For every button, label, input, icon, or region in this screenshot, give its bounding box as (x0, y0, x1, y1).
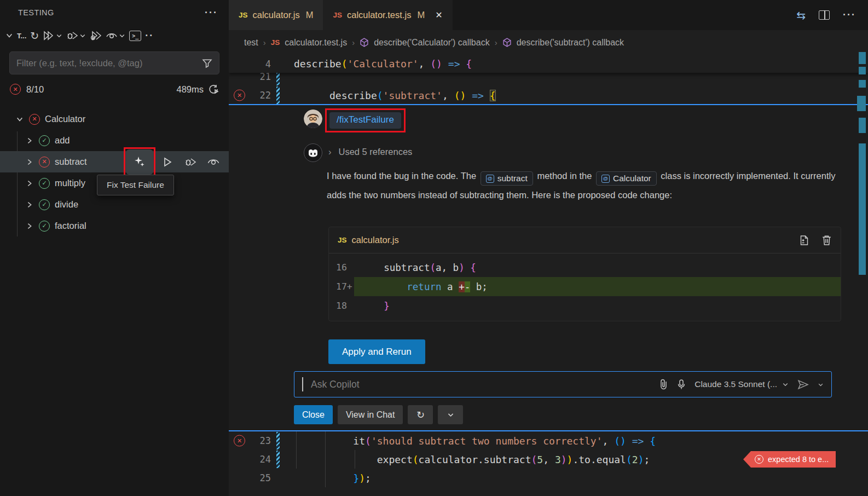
code-line[interactable]: it('should subtract two numbers correctl… (294, 435, 656, 447)
open-changes-icon[interactable]: ⇆ (796, 9, 806, 22)
test-filter-input[interactable] (16, 58, 198, 68)
send-options-chevron-icon[interactable] (818, 382, 824, 388)
code-line[interactable]: expect(calculator.subtract(5, 3)).to.equ… (294, 454, 650, 465)
rerun-last-icon[interactable] (208, 84, 219, 95)
model-picker[interactable]: Claude 3.5 Sonnet (... (695, 379, 789, 389)
filter-funnel-icon[interactable] (202, 58, 212, 68)
panel-more-icon[interactable]: ··· (205, 7, 218, 19)
copilot-input-box[interactable]: Claude 3.5 Sonnet (... (294, 371, 832, 397)
chevron-collapsed-icon[interactable] (25, 158, 34, 166)
editor-line-22[interactable]: ✕ 22 describe('subtract', () => { (229, 86, 868, 104)
code-line[interactable]: }); (294, 472, 371, 484)
breadcrumb-folder[interactable]: test (244, 38, 258, 48)
symbol-method-icon: @ (601, 175, 610, 183)
chevron-collapsed-icon[interactable] (25, 222, 34, 230)
microphone-icon[interactable] (677, 379, 686, 390)
fix-test-failure-tooltip: Fix Test Failure (97, 175, 174, 195)
references-toggle[interactable]: › Used 5 references (328, 147, 412, 157)
test-pass-icon: ✓ (39, 135, 50, 146)
regenerate-button[interactable]: ↻ (408, 405, 433, 424)
code-line: } (354, 296, 841, 315)
section-chevron-icon[interactable] (5, 32, 13, 39)
code-line[interactable]: describe('Calculator', () => { (294, 58, 472, 70)
send-icon[interactable] (797, 379, 809, 390)
references-label: Used 5 references (339, 147, 413, 157)
chevron-collapsed-icon[interactable] (25, 136, 34, 145)
javascript-file-icon: JS (271, 38, 280, 47)
watch-tests-eye-icon[interactable] (106, 31, 118, 40)
breadcrumb-symbol[interactable]: describe('subtract') callback (517, 38, 624, 48)
line-number: 24 (260, 454, 271, 465)
modified-badge: M (417, 10, 425, 20)
breadcrumb: test › JS calculator.test.js › describe(… (229, 30, 868, 55)
test-fail-gutter-icon[interactable]: ✕ (234, 435, 245, 447)
line-number: 22 (260, 90, 271, 101)
chevron-collapsed-icon[interactable] (25, 179, 34, 188)
debug-all-chevron-icon[interactable] (79, 32, 86, 39)
tab-calculator-js[interactable]: JS calculator.js M (229, 0, 323, 30)
test-fail-gutter-icon[interactable]: ✕ (234, 90, 245, 101)
symbol-chip[interactable]: @Calculator (596, 171, 657, 186)
trash-icon[interactable] (821, 234, 832, 246)
run-with-coverage-icon[interactable] (90, 31, 102, 41)
debug-all-tests-icon[interactable] (66, 31, 78, 41)
run-test-icon[interactable] (159, 153, 176, 171)
editor-more-actions-icon[interactable]: ··· (843, 9, 856, 21)
editor-line-23[interactable]: ✕ 23 it('should subtract two numbers cor… (229, 431, 868, 450)
watch-test-eye-icon[interactable] (205, 153, 222, 171)
breadcrumb-file[interactable]: calculator.test.js (285, 38, 347, 48)
tree-item-label: Calculator (45, 114, 85, 124)
line-number: 4 (265, 59, 271, 70)
tree-item-subtract[interactable]: ✕ subtract (0, 151, 229, 172)
watch-chevron-icon[interactable] (119, 32, 125, 39)
chevron-expanded-icon[interactable] (15, 115, 24, 124)
debug-test-icon[interactable] (182, 153, 199, 171)
javascript-file-icon: JS (338, 236, 347, 244)
code-line: return a +- b; (354, 277, 841, 296)
apply-in-editor-icon[interactable] (798, 234, 809, 246)
breadcrumb-symbol[interactable]: describe('Calculator') callback (374, 38, 490, 48)
line-number: 21 (260, 71, 271, 82)
tab-calculator-test-js[interactable]: JS calculator.test.js M ✕ (323, 0, 452, 30)
run-all-chevron-icon[interactable] (56, 32, 62, 39)
test-filter-box[interactable] (9, 51, 219, 74)
fix-test-failure-button[interactable] (126, 149, 153, 175)
refresh-tests-icon[interactable]: ↻ (30, 31, 39, 41)
apply-and-rerun-button[interactable]: Apply and Rerun (328, 339, 425, 364)
close-tab-icon[interactable]: ✕ (435, 10, 442, 20)
test-results-summary: ✕ 8/10 489ms (0, 78, 229, 101)
modified-line-gutter-marker (276, 451, 280, 468)
editor-line-24[interactable]: 24 expect(calculator.subtract(5, 3)).to.… (229, 450, 868, 469)
test-error-message-pill[interactable]: ✕ expected 8 to e... (743, 451, 836, 468)
tree-item-divide[interactable]: ✓ divide (0, 194, 229, 215)
symbol-chip-label: Calculator (613, 172, 651, 185)
toolbar-more-icon[interactable]: ·· (145, 30, 154, 42)
sticky-scroll-line-4[interactable]: 4 describe('Calculator', () => { (229, 55, 868, 73)
view-in-chat-button[interactable]: View in Chat (338, 405, 403, 424)
chevron-collapsed-icon[interactable] (25, 200, 34, 209)
split-editor-icon[interactable] (819, 10, 830, 20)
ask-copilot-input[interactable] (311, 379, 651, 390)
show-output-terminal-icon[interactable]: >_ (129, 31, 141, 41)
attach-context-paperclip-icon[interactable] (659, 379, 668, 390)
more-options-chevron-button[interactable] (438, 405, 463, 424)
test-tree: ✕ Calculator ✓ add ✕ subtract (0, 108, 229, 237)
testing-toolbar: T... ↻ >_ ·· (0, 25, 229, 46)
tree-item-calculator[interactable]: ✕ Calculator (0, 108, 229, 130)
slash-command-chip[interactable]: /fixTestFailure (329, 112, 401, 129)
tree-item-add[interactable]: ✓ add (0, 130, 229, 151)
close-button[interactable]: Close (294, 405, 333, 424)
code-line[interactable]: describe('subtract', () => { (294, 90, 496, 101)
tree-item-label: divide (55, 199, 78, 210)
tree-item-factorial[interactable]: ✓ factorial (0, 215, 229, 237)
diff-line-17-added: 17+ return a +- b; (329, 277, 841, 296)
user-avatar (304, 109, 322, 128)
chevron-right-icon[interactable]: › (328, 147, 332, 157)
codeblock-filename[interactable]: calculator.js (352, 235, 399, 245)
symbol-cube-icon (502, 38, 512, 47)
line-number: 18 (329, 301, 354, 311)
symbol-chip[interactable]: @subtract (481, 171, 533, 186)
editor-line-25[interactable]: 25 }); (229, 469, 868, 487)
symbol-chip-label: subtract (497, 172, 528, 185)
run-all-tests-icon[interactable] (43, 31, 55, 41)
